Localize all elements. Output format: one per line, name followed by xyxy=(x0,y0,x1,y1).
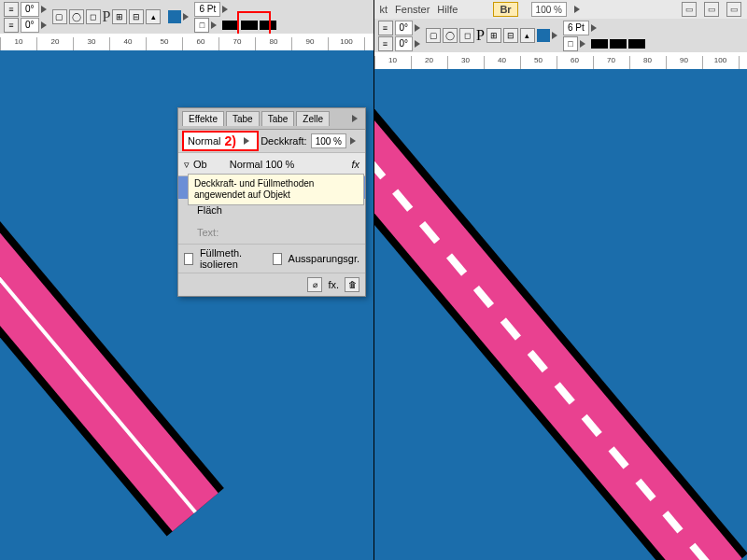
opacity-label: Deckkraft: xyxy=(261,135,307,147)
control-bar-left: ≡0° ≡0° ▢ ◯ ◻ P ⊞ ⊟ ▴ 6 Pt □ xyxy=(0,0,374,35)
trash-icon[interactable]: 🗑 xyxy=(345,277,359,292)
ruler-right: 102030405060708090100110 xyxy=(374,52,748,70)
angle2-input[interactable]: 0° xyxy=(21,18,39,33)
menu-bar: kt Fenster Hilfe Br 100 % ▭ ▭ ▭ xyxy=(374,0,748,19)
tab-tabe1[interactable]: Tabe xyxy=(226,111,260,126)
arrange-icon[interactable]: ▭ xyxy=(726,2,741,17)
paragraph-icon[interactable]: P xyxy=(103,8,111,25)
screen-icon[interactable]: ▭ xyxy=(682,2,697,17)
angle-input[interactable]: 0° xyxy=(21,2,39,17)
tab-zelle[interactable]: Zelle xyxy=(296,111,330,126)
align-icon[interactable]: ≡ xyxy=(4,2,19,17)
no-fill-icon[interactable]: □ xyxy=(194,18,209,33)
annotation-2: 2) xyxy=(224,133,235,148)
blend-mode-select[interactable]: Normal 2) xyxy=(182,131,259,151)
menu-window[interactable]: Fenster xyxy=(395,4,430,15)
tooltip: Deckkraft- und Füllmethoden angewendet a… xyxy=(188,174,364,205)
canvas-right[interactable] xyxy=(374,69,748,560)
bridge-button[interactable]: Br xyxy=(493,2,517,17)
object-label: Ob xyxy=(193,159,207,170)
panel-tabs: Effekte Tabe Tabe Zelle xyxy=(178,108,365,130)
checkbox-isolate[interactable] xyxy=(184,253,193,265)
stroke-weight-input[interactable]: 6 Pt xyxy=(194,2,220,17)
fill-swatch[interactable] xyxy=(168,10,181,23)
opacity-input[interactable]: 100 % xyxy=(311,133,346,148)
menu-icon[interactable] xyxy=(352,115,361,122)
ruler-left: 102030405060708090100110 xyxy=(0,34,374,51)
blend-mode-value: Normal xyxy=(188,135,220,147)
zoom-input[interactable]: 100 % xyxy=(531,2,567,17)
menu-help[interactable]: Hilfe xyxy=(437,4,458,15)
tab-tabe2[interactable]: Tabe xyxy=(261,111,295,126)
fx-icon[interactable]: fx. xyxy=(328,279,339,290)
control-bar-right: ≡0° ≡0° ▢◯◻ P ⊞⊟▴ 6 Pt □ xyxy=(374,19,748,53)
effects-panel: Effekte Tabe Tabe Zelle Normal 2) Deckkr… xyxy=(177,107,366,297)
view-icon[interactable]: ▭ xyxy=(704,2,719,17)
row-text: Text: xyxy=(178,221,365,244)
tool-icon[interactable]: ▢ xyxy=(52,9,67,24)
clear-icon[interactable]: ⌀ xyxy=(307,277,322,292)
tab-effects[interactable]: Effekte xyxy=(182,111,224,126)
checkbox-knockout[interactable] xyxy=(273,253,282,265)
